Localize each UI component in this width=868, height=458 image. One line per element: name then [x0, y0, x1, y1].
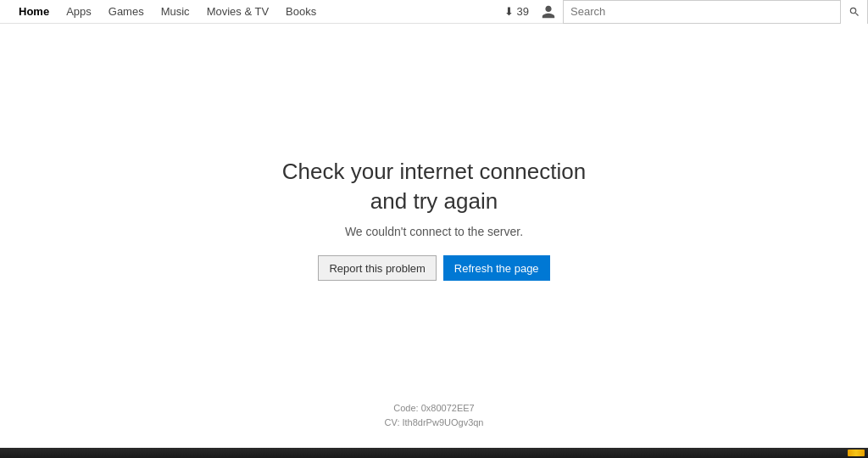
user-account-button[interactable] [539, 3, 558, 21]
downloads-button[interactable]: ⬇ 39 [499, 0, 534, 24]
report-problem-button[interactable]: Report this problem [318, 255, 436, 281]
error-title: Check your internet connection and try a… [282, 157, 586, 216]
nav-item-home[interactable]: Home [10, 0, 58, 24]
taskbar-indicator [848, 450, 865, 456]
refresh-page-button[interactable]: Refresh the page [443, 255, 550, 281]
main-content: Check your internet connection and try a… [0, 24, 868, 448]
nav-item-movies-tv[interactable]: Movies & TV [198, 0, 277, 24]
downloads-count: 39 [517, 5, 529, 18]
nav-links: Home Apps Games Music Movies & TV Books [10, 0, 499, 24]
nav-item-apps[interactable]: Apps [58, 0, 100, 24]
search-icon [849, 6, 860, 18]
header-right: ⬇ 39 [499, 0, 868, 24]
nav-item-music[interactable]: Music [153, 0, 198, 24]
nav-item-books[interactable]: Books [277, 0, 325, 24]
app-header: Home Apps Games Music Movies & TV Books … [0, 0, 868, 24]
search-input[interactable] [564, 1, 840, 23]
download-icon: ⬇ [504, 5, 514, 18]
taskbar [0, 448, 868, 458]
error-title-line1: Check your internet connection [282, 159, 586, 184]
error-title-line2: and try again [370, 188, 498, 214]
search-box [563, 0, 868, 24]
cv-code: CV: Ith8drPw9UOgv3qn [385, 416, 484, 431]
footer-codes: Code: 0x80072EE7 CV: Ith8drPw9UOgv3qn [385, 401, 484, 431]
error-subtitle: We couldn't connect to the server. [345, 225, 523, 238]
user-icon [541, 4, 556, 20]
search-button[interactable] [840, 0, 867, 24]
error-code: Code: 0x80072EE7 [385, 401, 484, 416]
nav-item-games[interactable]: Games [100, 0, 153, 24]
error-buttons: Report this problem Refresh the page [318, 255, 549, 281]
